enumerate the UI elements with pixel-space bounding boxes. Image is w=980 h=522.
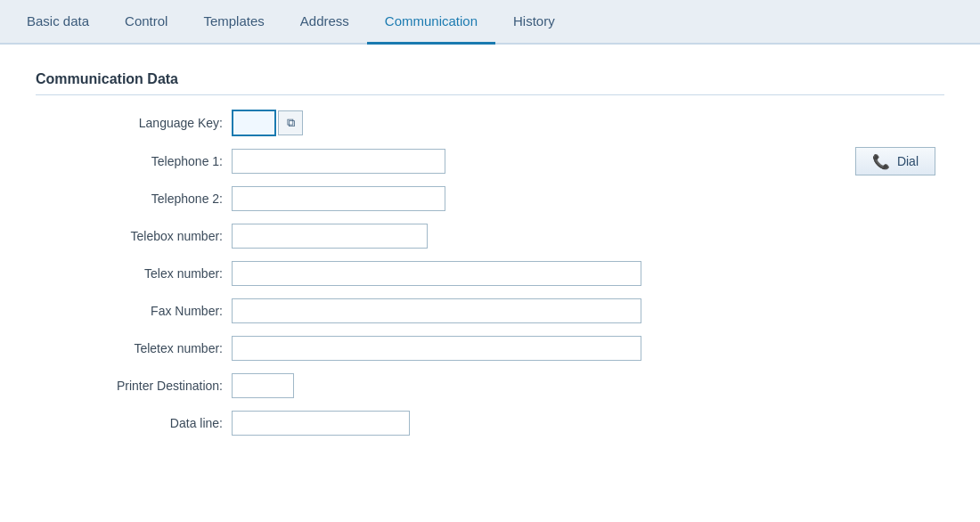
telebox-input[interactable] bbox=[232, 224, 428, 249]
tab-communication[interactable]: Communication bbox=[367, 0, 495, 45]
language-key-label: Language Key: bbox=[36, 116, 232, 130]
teletex-input[interactable] bbox=[232, 336, 641, 361]
dial-button[interactable]: 📞 Dial bbox=[855, 147, 935, 175]
tab-control[interactable]: Control bbox=[107, 0, 185, 45]
dataline-input[interactable] bbox=[232, 411, 410, 436]
copy-icon: ⧉ bbox=[287, 116, 295, 130]
section-title: Communication Data bbox=[36, 71, 944, 95]
dial-label: Dial bbox=[897, 154, 919, 168]
teletex-label: Teletex number: bbox=[36, 341, 232, 355]
language-key-copy-button[interactable]: ⧉ bbox=[278, 110, 303, 135]
telex-input[interactable] bbox=[232, 261, 641, 286]
dataline-row: Data line: bbox=[36, 411, 944, 436]
telephone1-row: Telephone 1: 📞 Dial bbox=[36, 149, 944, 174]
tab-address[interactable]: Address bbox=[282, 0, 367, 45]
dataline-label: Data line: bbox=[36, 416, 232, 430]
printer-input[interactable] bbox=[232, 373, 294, 398]
language-key-container: ⧉ bbox=[232, 110, 303, 136]
telebox-row: Telebox number: bbox=[36, 224, 944, 249]
printer-label: Printer Destination: bbox=[36, 379, 232, 393]
telex-label: Telex number: bbox=[36, 266, 232, 281]
language-key-row: Language Key: ⧉ bbox=[36, 110, 944, 136]
dial-icon: 📞 bbox=[872, 153, 890, 170]
content-area: Communication Data Language Key: ⧉ Telep… bbox=[0, 45, 980, 522]
form-container: Language Key: ⧉ Telephone 1: 📞 Dial Tele… bbox=[36, 110, 944, 436]
telebox-label: Telebox number: bbox=[36, 229, 232, 243]
teletex-row: Teletex number: bbox=[36, 336, 944, 361]
telephone2-label: Telephone 2: bbox=[36, 192, 232, 206]
telephone1-input[interactable] bbox=[232, 149, 445, 174]
telephone2-row: Telephone 2: bbox=[36, 186, 944, 211]
telephone2-input[interactable] bbox=[232, 186, 445, 211]
telephone1-label: Telephone 1: bbox=[36, 154, 232, 168]
fax-label: Fax Number: bbox=[36, 304, 232, 318]
language-key-input[interactable] bbox=[232, 110, 276, 136]
fax-input[interactable] bbox=[232, 298, 641, 323]
tab-bar: Basic data Control Templates Address Com… bbox=[0, 0, 980, 45]
fax-row: Fax Number: bbox=[36, 298, 944, 323]
tab-history[interactable]: History bbox=[495, 0, 573, 45]
printer-row: Printer Destination: bbox=[36, 373, 944, 398]
tab-basic-data[interactable]: Basic data bbox=[9, 0, 107, 45]
telex-row: Telex number: bbox=[36, 261, 944, 286]
tab-templates[interactable]: Templates bbox=[185, 0, 282, 45]
